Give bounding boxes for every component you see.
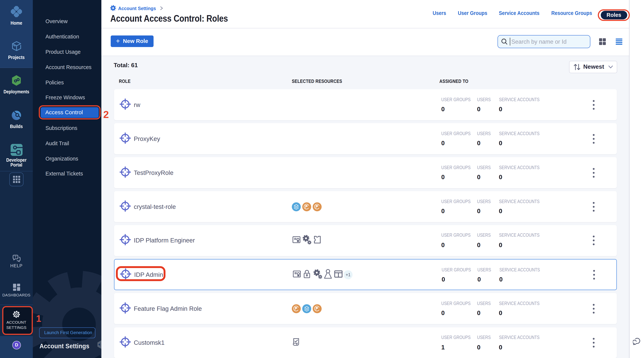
- svg-text:?: ?: [14, 255, 16, 259]
